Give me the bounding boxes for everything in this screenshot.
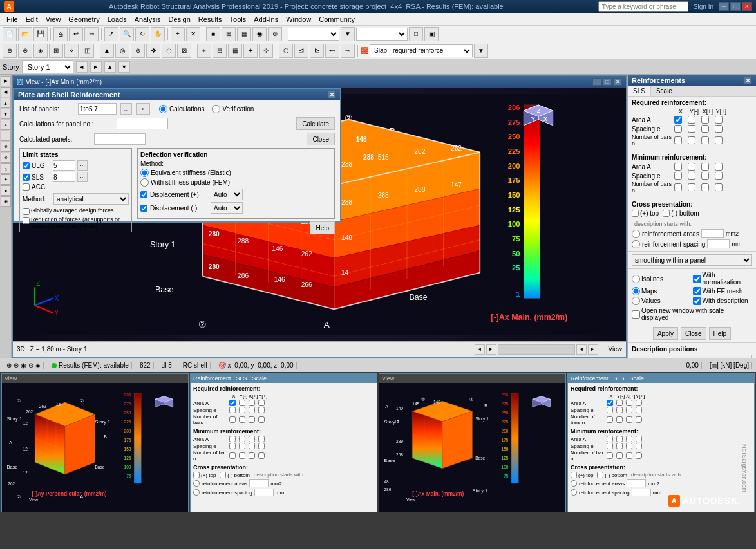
redo-btn[interactable]: ↪	[84, 27, 99, 41]
bars-xp-check[interactable]	[701, 136, 709, 144]
minus-bottom-check[interactable]	[663, 210, 670, 217]
menu-results[interactable]: Results	[194, 14, 226, 24]
mini4-check7[interactable]	[626, 407, 632, 413]
help-panel-btn[interactable]: Help	[709, 327, 732, 340]
mini-min-check4[interactable]	[258, 436, 265, 442]
sidebar-icon-5[interactable]: +	[1, 120, 11, 130]
sidebar-icon-9[interactable]: ⌂	[1, 163, 11, 174]
bars-yp-check[interactable]	[715, 136, 723, 144]
add-btn[interactable]: +	[171, 27, 185, 41]
menu-edit[interactable]: Edit	[22, 14, 42, 24]
min-spacing-xp[interactable]	[701, 172, 709, 180]
spacing-e-x-check[interactable]	[674, 125, 682, 133]
mini4-areas-radio[interactable]	[571, 480, 577, 487]
mini-min-check8[interactable]	[258, 443, 265, 449]
mini4-check3[interactable]	[626, 400, 632, 406]
tb9[interactable]: ▦	[237, 27, 251, 41]
tb31[interactable]: ◌	[162, 44, 176, 58]
tb40[interactable]: ⊵	[310, 44, 324, 58]
search-input[interactable]	[598, 1, 688, 12]
area-a-x-check[interactable]	[674, 116, 682, 124]
min-spacing-yp[interactable]	[715, 172, 723, 180]
tb42[interactable]: ⊸	[341, 44, 355, 58]
minimize-btn[interactable]: ─	[719, 2, 729, 11]
disp-minus-select[interactable]: Auto	[211, 202, 243, 214]
view-btn2[interactable]: ►	[486, 344, 496, 355]
view-minimize[interactable]: ─	[592, 78, 601, 86]
story-prev[interactable]: ◄	[76, 61, 88, 73]
view-close[interactable]: ✕	[613, 78, 622, 86]
mini4-min-check10[interactable]	[616, 452, 623, 459]
reinf-spacing-radio[interactable]	[632, 240, 640, 248]
story-next[interactable]: ►	[90, 61, 102, 73]
mini-check9[interactable]	[229, 416, 236, 423]
mini-min-check1[interactable]	[229, 436, 236, 442]
tb23[interactable]: ◈	[33, 44, 48, 58]
maps-radio[interactable]	[632, 287, 640, 295]
tb35[interactable]: ▦	[228, 44, 242, 58]
min-area-a-xp[interactable]	[701, 163, 709, 171]
mini-min-check12[interactable]	[258, 452, 265, 459]
combo-1[interactable]	[288, 28, 339, 41]
mini4-check8[interactable]	[636, 407, 642, 413]
view-btn1[interactable]: ◄	[475, 344, 485, 355]
tb41[interactable]: ⊷	[325, 44, 339, 58]
tb7[interactable]: ■	[206, 27, 220, 41]
tb38[interactable]: ⬡	[279, 44, 293, 58]
mini4-min-check5[interactable]	[607, 443, 613, 449]
print-btn[interactable]: 🖨	[53, 27, 68, 41]
help-btn[interactable]: Help	[310, 221, 335, 234]
tb13[interactable]: □	[409, 27, 423, 41]
story-dn[interactable]: ▼	[118, 61, 130, 73]
min-spacing-x[interactable]	[674, 172, 682, 180]
tb36[interactable]: ✦	[243, 44, 258, 58]
mini-check6[interactable]	[239, 407, 245, 413]
mini4-min-check2[interactable]	[616, 436, 623, 442]
mini-top-check[interactable]	[193, 472, 200, 478]
close-btn[interactable]: ✕	[742, 2, 752, 11]
mini4-min-check11[interactable]	[626, 452, 632, 459]
verify-radio[interactable]	[212, 105, 220, 113]
min-area-a-x[interactable]	[674, 163, 682, 171]
view-scroll[interactable]	[498, 344, 575, 355]
values-radio[interactable]	[632, 297, 640, 305]
sidebar-icon-6[interactable]: −	[1, 131, 11, 141]
mini4-min-check8[interactable]	[636, 443, 642, 449]
ulg-btn[interactable]: ⋯	[77, 160, 88, 171]
min-bars-ym[interactable]	[688, 183, 695, 191]
smoothing-select[interactable]: smoothing within a panel	[632, 254, 752, 266]
reduction-check[interactable]	[23, 217, 30, 224]
mini-check4[interactable]	[258, 400, 265, 406]
mini4-spacing-input2[interactable]	[632, 489, 651, 496]
apply-btn[interactable]: Apply	[653, 327, 678, 340]
disp-plus-check[interactable]	[140, 191, 147, 198]
sls-check[interactable]	[23, 174, 30, 181]
view-restore[interactable]: □	[603, 78, 612, 86]
tb26[interactable]: ◫	[80, 44, 94, 58]
mini4-check5[interactable]	[607, 407, 613, 413]
view-btn4[interactable]: ►	[588, 344, 598, 355]
open-btn[interactable]: 📂	[18, 27, 32, 41]
calculate-btn[interactable]: Calculate	[296, 117, 335, 130]
mini4-bottom-check[interactable]	[597, 472, 603, 478]
menu-file[interactable]: File	[3, 14, 22, 24]
tb28[interactable]: ◎	[115, 44, 129, 58]
reinf-spacing-input[interactable]	[707, 239, 730, 248]
sidebar-icon-7[interactable]: ⊕	[1, 142, 11, 152]
plus-top-check[interactable]	[632, 210, 639, 217]
mini-bottom-check[interactable]	[220, 472, 226, 478]
mini4-check11[interactable]	[626, 416, 632, 423]
mini-check11[interactable]	[249, 416, 255, 423]
bars-x-check[interactable]	[674, 136, 682, 144]
min-bars-yp[interactable]	[715, 183, 723, 191]
mini4-min-check12[interactable]	[636, 452, 642, 459]
sidebar-icon-11[interactable]: ■	[1, 185, 11, 196]
tb32[interactable]: ⊠	[177, 44, 191, 58]
sls-btn[interactable]: ⋯	[77, 172, 88, 182]
sidebar-icon-3[interactable]: ▲	[1, 98, 11, 108]
calc-radio[interactable]	[159, 105, 167, 113]
min-area-a-ym[interactable]	[688, 163, 695, 171]
sidebar-icon-10[interactable]: ✦	[1, 174, 11, 185]
mini4-check2[interactable]	[616, 400, 623, 406]
tb27[interactable]: ▲	[100, 44, 114, 58]
